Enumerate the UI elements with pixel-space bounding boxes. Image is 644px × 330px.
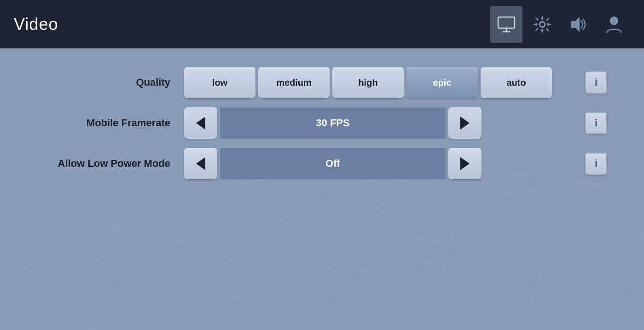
page-title: Video	[14, 15, 58, 34]
quality-epic-button[interactable]: epic	[406, 67, 478, 98]
framerate-decrease-button[interactable]	[184, 107, 217, 139]
svg-point-37	[610, 17, 618, 24]
power-mode-spinner: Off	[184, 148, 576, 179]
settings-tab[interactable]	[526, 6, 558, 43]
svg-point-35	[540, 22, 545, 27]
volume-icon	[568, 14, 588, 35]
header-icons	[490, 6, 630, 43]
user-tab[interactable]	[598, 6, 630, 43]
quality-high-button[interactable]: high	[332, 67, 404, 98]
quality-row: Quality low medium high epic auto i	[0, 67, 644, 98]
volume-tab[interactable]	[562, 6, 594, 43]
header: Video	[0, 0, 644, 48]
framerate-spinner: 30 FPS	[184, 107, 576, 139]
monitor-icon	[496, 14, 516, 35]
framerate-value: 30 FPS	[220, 107, 446, 139]
main-content: Quality low medium high epic auto i Mobi…	[0, 48, 644, 198]
quality-buttons: low medium high epic auto	[184, 67, 576, 98]
arrow-right-icon	[460, 157, 470, 170]
arrow-right-icon	[460, 117, 470, 130]
framerate-info-button[interactable]: i	[585, 112, 607, 134]
quality-label: Quality	[37, 77, 184, 88]
power-mode-decrease-button[interactable]	[184, 148, 217, 179]
framerate-increase-button[interactable]	[448, 107, 482, 139]
svg-rect-31	[498, 17, 515, 28]
settings-icon	[532, 14, 552, 35]
power-mode-label: Allow Low Power Mode	[37, 158, 184, 170]
arrow-left-icon	[196, 117, 205, 130]
power-mode-increase-button[interactable]	[448, 148, 482, 179]
power-mode-row: Allow Low Power Mode Off i	[0, 148, 644, 179]
quality-info-button[interactable]: i	[585, 71, 607, 94]
quality-low-button[interactable]: low	[184, 67, 255, 98]
monitor-tab[interactable]	[490, 6, 522, 43]
framerate-label: Mobile Framerate	[37, 117, 184, 129]
power-mode-value: Off	[220, 148, 446, 179]
svg-marker-36	[572, 18, 579, 31]
quality-medium-button[interactable]: medium	[258, 67, 330, 98]
framerate-row: Mobile Framerate 30 FPS i	[0, 107, 644, 139]
power-mode-info-button[interactable]: i	[585, 153, 607, 175]
user-icon	[604, 14, 624, 35]
quality-auto-button[interactable]: auto	[481, 67, 552, 98]
arrow-left-icon	[196, 157, 205, 170]
